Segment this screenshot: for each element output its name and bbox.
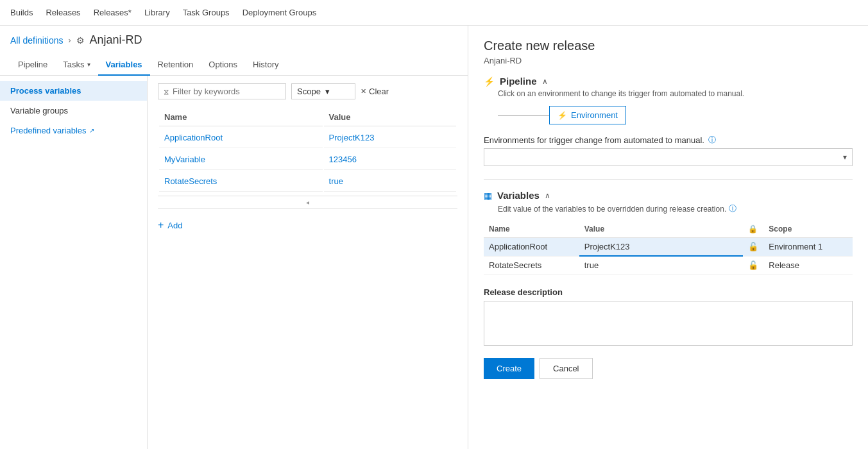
pipeline-icon: ⚡	[484, 76, 495, 87]
clear-button[interactable]: ✕ Clear	[361, 87, 389, 96]
var-value: 123456	[324, 149, 456, 170]
env-info-icon[interactable]: ⓘ	[708, 135, 716, 146]
cancel-button[interactable]: Cancel	[540, 358, 592, 379]
var-value: ProjectK123	[324, 128, 456, 148]
col-name: Name	[159, 108, 323, 126]
release-var-input[interactable]	[584, 242, 738, 251]
release-var-value[interactable]	[579, 256, 744, 275]
sidebar: Process variables Variable groups Predef…	[0, 76, 148, 449]
release-col-scope: Scope	[763, 221, 853, 238]
create-button[interactable]: Create	[484, 358, 534, 379]
tab-options[interactable]: Options	[201, 55, 245, 76]
add-variable-button[interactable]: + Add	[158, 214, 182, 236]
release-col-name: Name	[484, 221, 579, 238]
var-value: true	[324, 171, 456, 192]
release-var-lock[interactable]: 🔓	[743, 256, 763, 275]
variables-edit-desc: Edit value of the variables to be overri…	[498, 203, 853, 214]
nav-task-groups[interactable]: Task Groups	[183, 8, 230, 17]
scope-label: Scope	[297, 87, 321, 96]
nav-releases-star[interactable]: Releases*	[94, 8, 132, 17]
right-panel: Create new release Anjani-RD ⚡ Pipeline …	[468, 26, 868, 449]
tabs-bar: Pipeline Tasks ▾ Variables Retention Opt…	[0, 55, 468, 76]
pipeline-section-header: ⚡ Pipeline ∧	[484, 76, 853, 87]
definition-title: Anjani-RD	[90, 33, 142, 47]
nav-deployment-groups[interactable]: Deployment Groups	[243, 8, 317, 17]
table-row: RotateSecrets 🔓 Release	[484, 256, 853, 275]
content-area: Process variables Variable groups Predef…	[0, 76, 468, 449]
release-var-name: RotateSecrets	[484, 256, 579, 275]
predefined-variables-link[interactable]: Predefined variables ↗	[0, 121, 147, 140]
variables-table: Name Value ApplicationRoot ProjectK123My…	[158, 107, 457, 193]
action-row: Create Cancel	[484, 358, 853, 379]
nav-library[interactable]: Library	[144, 8, 170, 17]
filter-input-wrap[interactable]: ⧖	[158, 83, 286, 99]
environment-button[interactable]: ⚡ Environment	[549, 106, 626, 124]
env-trigger-select[interactable]: ▾	[484, 148, 853, 166]
pipeline-line-segment	[498, 115, 549, 116]
tab-history[interactable]: History	[245, 55, 286, 76]
var-name[interactable]: ApplicationRoot	[159, 128, 323, 148]
all-definitions-link[interactable]: All definitions	[10, 35, 64, 46]
external-link-icon: ↗	[89, 127, 94, 134]
scope-chevron-icon: ▾	[325, 87, 350, 96]
variables-grid-icon: ▦	[484, 191, 492, 201]
nav-releases[interactable]: Releases	[46, 8, 80, 17]
release-variables-table: Name Value 🔒 Scope ApplicationRoot 🔓 Env…	[484, 221, 853, 275]
variables-section-title: Variables	[497, 190, 540, 201]
var-name[interactable]: RotateSecrets	[159, 171, 323, 192]
release-var-value[interactable]	[579, 238, 744, 257]
tab-pipeline[interactable]: Pipeline	[10, 55, 55, 76]
filter-input[interactable]	[173, 87, 280, 96]
release-col-value: Value	[579, 221, 744, 238]
nav-builds[interactable]: Builds	[10, 8, 33, 17]
tab-retention[interactable]: Retention	[150, 55, 201, 76]
variables-section-header: ▦ Variables ∧	[484, 190, 853, 201]
scroll-indicator: ◂	[158, 196, 457, 209]
table-row: ApplicationRoot 🔓 Environment 1	[484, 238, 853, 257]
env-trigger-label: Environments for trigger change from aut…	[484, 135, 853, 146]
table-row: RotateSecrets true	[159, 171, 456, 192]
variables-content: ⧖ Scope ▾ ✕ Clear	[148, 76, 468, 449]
tab-tasks[interactable]: Tasks ▾	[55, 55, 98, 76]
env-lightning-icon: ⚡	[557, 111, 567, 120]
left-panel: All definitions › ⚙ Anjani-RD Pipeline T…	[0, 26, 468, 449]
table-row: MyVariable 123456	[159, 149, 456, 170]
var-name[interactable]: MyVariable	[159, 149, 323, 170]
release-col-lock: 🔒	[743, 221, 763, 238]
release-var-input[interactable]	[584, 260, 738, 270]
col-value: Value	[324, 108, 456, 126]
release-var-lock[interactable]: 🔓	[743, 238, 763, 257]
release-var-name: ApplicationRoot	[484, 238, 579, 257]
variables-collapse-icon[interactable]: ∧	[545, 191, 550, 200]
clear-x-icon: ✕	[361, 87, 366, 96]
top-nav: Builds Releases Releases* Library Task G…	[0, 0, 868, 26]
variables-info-icon[interactable]: ⓘ	[729, 203, 736, 214]
panel-subtitle: Anjani-RD	[484, 56, 853, 65]
sidebar-item-process-variables[interactable]: Process variables	[0, 81, 147, 101]
filter-row: ⧖ Scope ▾ ✕ Clear	[158, 83, 457, 99]
release-description-label: Release description	[484, 287, 853, 297]
tab-variables[interactable]: Variables	[98, 55, 150, 76]
definition-icon: ⚙	[76, 35, 85, 46]
pipeline-collapse-icon[interactable]: ∧	[542, 77, 548, 86]
sidebar-item-variable-groups[interactable]: Variable groups	[0, 101, 147, 121]
table-row: ApplicationRoot ProjectK123	[159, 128, 456, 148]
release-var-scope: Release	[763, 256, 853, 275]
tasks-arrow-icon: ▾	[87, 61, 90, 68]
scope-select[interactable]: Scope ▾	[291, 83, 355, 99]
release-description-textarea[interactable]	[484, 301, 853, 346]
pipeline-section-desc: Click on an environment to change its tr…	[498, 89, 853, 98]
variables-section: ▦ Variables ∧ Edit value of the variable…	[484, 190, 853, 275]
release-var-scope: Environment 1	[763, 238, 853, 257]
divider	[484, 179, 853, 180]
env-select-chevron-icon: ▾	[843, 153, 847, 162]
panel-title: Create new release	[484, 38, 853, 53]
filter-icon: ⧖	[164, 87, 169, 96]
pipeline-section-title: Pipeline	[500, 76, 537, 87]
breadcrumb: All definitions › ⚙ Anjani-RD	[0, 26, 468, 55]
plus-icon: +	[158, 219, 164, 231]
pipeline-line: ⚡ Environment	[498, 106, 853, 124]
breadcrumb-chevron: ›	[69, 36, 71, 45]
main-layout: All definitions › ⚙ Anjani-RD Pipeline T…	[0, 26, 868, 449]
